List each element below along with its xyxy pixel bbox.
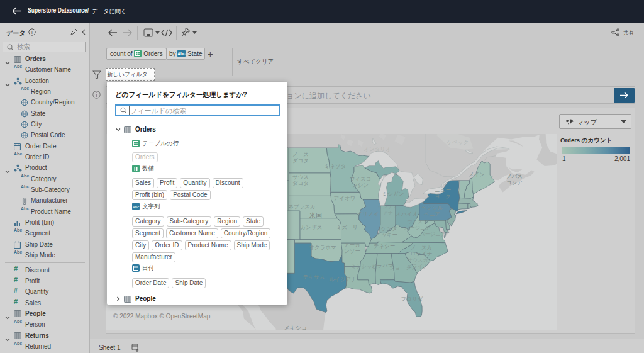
svg-text:米国: 米国 xyxy=(309,212,322,219)
svg-text:ヨーク: ヨーク xyxy=(435,193,451,199)
svg-text:ンソー: ンソー xyxy=(344,248,360,254)
svg-text:ノース: ノース xyxy=(292,151,309,157)
svg-text:ミシシッピ: ミシシッピ xyxy=(351,264,377,269)
svg-text:サウス: サウス xyxy=(292,174,309,180)
svg-text:ケベック: ケベック xyxy=(447,139,469,145)
svg-text:コシア: コシア xyxy=(506,179,523,186)
svg-text:オクラホマ: オクラホマ xyxy=(309,244,336,250)
svg-text:ルイジアナ: ルイジアナ xyxy=(329,276,357,283)
svg-text:ウィスコ: ウィスコ xyxy=(350,176,372,182)
svg-text:i: i xyxy=(96,92,97,98)
svg-text:ンシン: ンシン xyxy=(352,182,369,188)
svg-text:オハイオ: オハイオ xyxy=(396,211,418,217)
svg-text:ミシガン: ミシガン xyxy=(382,191,404,197)
svg-text:カンザス: カンザス xyxy=(301,224,323,230)
svg-text:ノースカ: ノースカ xyxy=(411,244,433,250)
svg-text:ミズーリ: ミズーリ xyxy=(336,224,358,230)
svg-text:Abc: Abc xyxy=(178,52,186,56)
svg-text:インディ: インディ xyxy=(378,204,399,210)
svg-text:ダコタ: ダコタ xyxy=(292,180,309,186)
svg-text:テネシー: テネシー xyxy=(374,243,396,249)
svg-text:© 2022 Mapbox © OpenStreetMap: © 2022 Mapbox © OpenStreetMap xyxy=(113,313,211,320)
svg-text:メイン: メイン xyxy=(469,171,485,177)
svg-text:ッキー: ッキー xyxy=(381,232,397,238)
svg-text:ペンシル: ペンシル xyxy=(421,205,443,211)
svg-text:テキサス: テキサス xyxy=(303,274,325,280)
svg-text:ロライナ: ロライナ xyxy=(411,250,433,257)
svg-text:ネブラスカ: ネブラスカ xyxy=(288,203,316,210)
svg-text:アイオワ: アイオワ xyxy=(334,195,356,201)
svg-text:ウェスト: ウェスト xyxy=(407,219,428,225)
svg-text:バージニア: バージニア xyxy=(419,232,446,237)
svg-text:イリノイ: イリノイ xyxy=(357,211,379,217)
svg-text:ダコタ: ダコタ xyxy=(292,157,309,164)
svg-text:ジョージア: ジョージア xyxy=(389,264,416,271)
svg-text:メキシコ: メキシコ xyxy=(284,325,308,330)
svg-text:サウスカ: サウスカ xyxy=(407,257,428,263)
svg-text:フロリダ: フロリダ xyxy=(401,296,423,302)
svg-text:ケンタ: ケンタ xyxy=(381,225,397,232)
svg-text:アナ: アナ xyxy=(383,210,393,216)
svg-text:アーカ: アーカ xyxy=(344,242,360,248)
svg-text:ノバス: ノバス xyxy=(506,173,523,179)
svg-text:ニュー: ニュー xyxy=(435,187,451,193)
svg-text:オンタリオ: オンタリオ xyxy=(364,146,391,152)
svg-text:ミネソタ: ミネソタ xyxy=(325,163,347,169)
svg-text:バージニア: バージニア xyxy=(404,225,431,231)
svg-text:ベニア: ベニア xyxy=(424,211,440,217)
